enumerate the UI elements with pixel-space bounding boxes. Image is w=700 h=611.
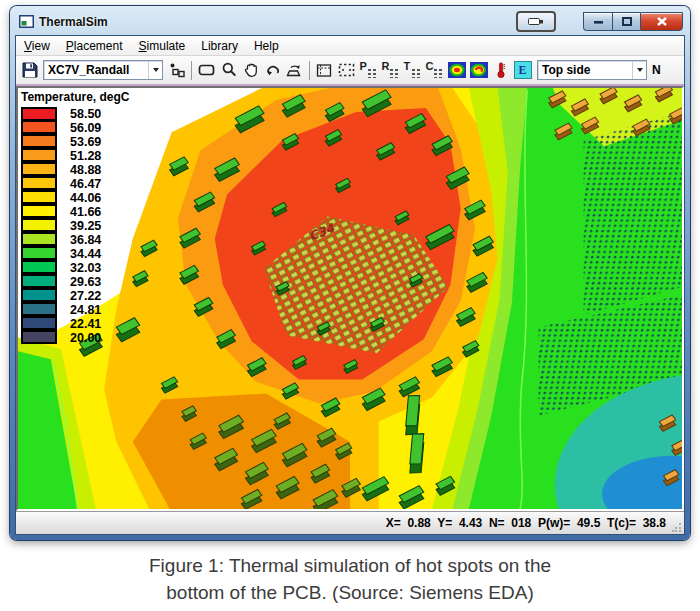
legend-value: 29.63	[70, 275, 101, 289]
window-title: ThermalSim	[39, 15, 108, 29]
separator	[309, 61, 310, 80]
legend-value: 41.66	[70, 205, 101, 219]
gradient-map-icon	[470, 62, 488, 78]
capture-button[interactable]	[516, 11, 556, 32]
separator	[191, 61, 192, 80]
legend-entry: 56.09	[21, 121, 129, 135]
caption-line-1: Figure 1: Thermal simulation of hot spot…	[0, 552, 700, 579]
legend-value: 44.06	[70, 191, 101, 205]
legend-title: Temperature, degC	[21, 90, 129, 104]
legend-value: 53.69	[70, 135, 101, 149]
legend-swatch	[21, 148, 57, 162]
legend-swatch	[21, 316, 57, 330]
legend-swatch	[21, 107, 57, 121]
thermal-map-button[interactable]	[446, 59, 467, 81]
rotate-object-button[interactable]	[284, 59, 305, 81]
grid-r-icon: R	[382, 62, 400, 78]
rect-select-button[interactable]	[196, 59, 217, 81]
toolbar: XC7V_Randall	[16, 56, 684, 86]
chevron-down-icon[interactable]	[148, 61, 162, 79]
figure-caption: Figure 1: Thermal simulation of hot spot…	[0, 552, 700, 606]
menu-item-simulate[interactable]: Simulate	[131, 38, 194, 54]
place-component-button[interactable]	[166, 59, 187, 81]
menu-item-view[interactable]: View	[16, 38, 58, 54]
legend-swatch	[21, 120, 57, 134]
pan-button[interactable]	[240, 59, 261, 81]
app-icon	[19, 15, 34, 28]
legend-value: 46.47	[70, 177, 101, 191]
status-readout: X= 0.88 Y= 4.43 N= 018 P(w)= 49.5 T(c)= …	[386, 516, 666, 530]
figure-stage: ThermalSim ViewP	[0, 0, 700, 546]
gradient-map-button[interactable]	[468, 59, 489, 81]
component-combobox[interactable]: XC7V_Randall	[43, 60, 163, 80]
status-bar: X= 0.88 Y= 4.43 N= 018 P(w)= 49.5 T(c)= …	[16, 511, 684, 534]
thermometer-button[interactable]	[490, 59, 511, 81]
legend-swatch	[21, 260, 57, 274]
legend-swatch	[21, 176, 57, 190]
rotate-object-icon	[286, 63, 303, 78]
legend-swatch	[21, 330, 57, 344]
titlebar[interactable]: ThermalSim	[15, 6, 685, 35]
menu-item-library[interactable]: Library	[193, 38, 246, 54]
legend-value: 34.44	[70, 247, 101, 261]
emissivity-button[interactable]: E	[512, 59, 533, 81]
legend-entry: 44.06	[21, 191, 129, 205]
zoom-button[interactable]	[218, 59, 239, 81]
legend-entry: 51.28	[21, 149, 129, 163]
save-icon	[22, 62, 38, 78]
legend-entry: 58.50	[21, 107, 129, 121]
thermal-map-viewport[interactable]: C34 Temperature, degC 58.5056.0953.6951.…	[16, 86, 684, 511]
marquee-select-icon	[338, 63, 355, 77]
grid-c-icon: C	[426, 62, 444, 78]
legend-entry: 34.44	[21, 247, 129, 261]
resize-grip[interactable]	[672, 522, 682, 532]
menu-item-placement[interactable]: Placement	[58, 38, 131, 54]
marquee-select-button[interactable]	[336, 59, 357, 81]
minimize-button[interactable]	[583, 12, 612, 31]
caption-line-2: bottom of the PCB. (Source: Siemens EDA)	[0, 579, 700, 606]
legend-value: 51.28	[70, 149, 101, 163]
legend-entry: 36.84	[21, 233, 129, 247]
maximize-icon	[622, 17, 632, 26]
thermalsim-window: ThermalSim ViewP	[10, 6, 690, 540]
menu-item-help[interactable]: Help	[246, 38, 287, 54]
legend-entry: 20.00	[21, 331, 129, 345]
legend-entry: 22.41	[21, 317, 129, 331]
minimize-icon	[594, 20, 603, 24]
legend-swatch	[21, 190, 57, 204]
save-button[interactable]	[19, 59, 40, 81]
legend-entry: 32.03	[21, 261, 129, 275]
legend-value: 48.88	[70, 163, 101, 177]
clipped-toolbar-text: N	[652, 63, 661, 77]
text-grid-button[interactable]: T	[402, 59, 423, 81]
chevron-down-icon[interactable]	[632, 61, 646, 79]
legend-swatch	[21, 274, 57, 288]
place-component-icon	[169, 62, 185, 78]
rotate-ccw-button[interactable]	[262, 59, 283, 81]
legend-entry: 27.22	[21, 289, 129, 303]
region-select-button[interactable]	[314, 59, 335, 81]
legend-swatch	[21, 218, 57, 232]
legend-swatch	[21, 288, 57, 302]
component-grid-button[interactable]: C	[424, 59, 445, 81]
zoom-icon	[221, 62, 237, 78]
legend-entry: 41.66	[21, 205, 129, 219]
thermometer-icon	[496, 62, 506, 78]
legend-entry: 48.88	[21, 163, 129, 177]
side-combobox-value: Top side	[542, 63, 632, 77]
client-area: ViewPlacementSimulateLibraryHelp XC7V_Ra…	[15, 35, 685, 535]
legend-swatch	[21, 302, 57, 316]
routing-grid-button[interactable]: R	[380, 59, 401, 81]
rect-select-icon	[198, 63, 215, 77]
grid-p-icon: P	[360, 62, 378, 78]
thermal-map-icon	[448, 62, 466, 78]
side-combobox[interactable]: Top side	[537, 60, 647, 80]
legend-value: 36.84	[70, 233, 101, 247]
legend-value: 58.50	[70, 107, 101, 121]
close-button[interactable]	[640, 12, 683, 31]
placement-grid-button[interactable]: P	[358, 59, 379, 81]
legend-value: 24.81	[70, 303, 101, 317]
legend-entry: 46.47	[21, 177, 129, 191]
maximize-button[interactable]	[612, 12, 640, 31]
capture-icon	[528, 17, 544, 26]
